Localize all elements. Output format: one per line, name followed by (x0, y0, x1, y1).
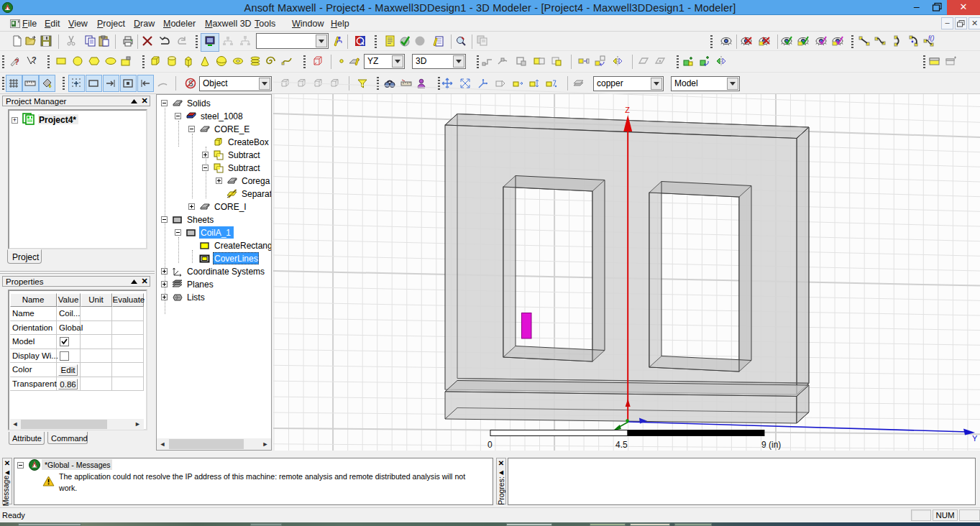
svg-text:?: ? (14, 57, 19, 66)
svg-text:f(): f() (928, 34, 935, 42)
svg-text:Y: Y (972, 434, 978, 443)
svg-text:4.5: 4.5 (615, 440, 628, 450)
svg-text:Z: Z (625, 106, 630, 114)
svg-text:9 (in): 9 (in) (761, 440, 781, 450)
svg-text:?: ? (32, 55, 37, 64)
svg-text:0: 0 (487, 440, 493, 450)
